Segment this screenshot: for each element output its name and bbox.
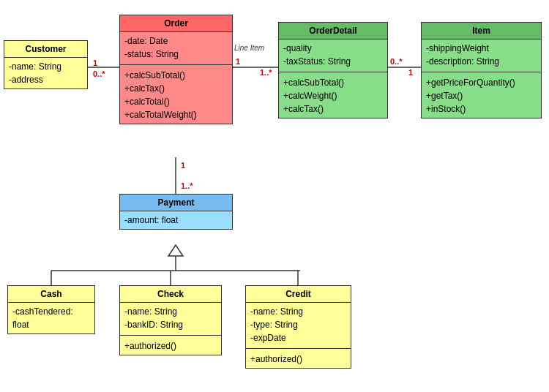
customer-body: -name: String -address bbox=[4, 58, 87, 88]
order-attrs: -date: Date -status: String bbox=[120, 32, 232, 63]
orderdetail-method-3: +calcTax() bbox=[283, 102, 383, 116]
credit-method-1: +authorized() bbox=[250, 353, 346, 366]
credit-title: Credit bbox=[246, 286, 351, 303]
check-attr-1: -name: String bbox=[124, 305, 217, 318]
item-class: Item -shippingWeight -description: Strin… bbox=[421, 22, 542, 118]
check-class: Check -name: String -bankID: String +aut… bbox=[119, 285, 222, 355]
uml-diagram: Customer -name: String -address Order -d… bbox=[0, 0, 549, 392]
credit-attr-2: -type: String bbox=[250, 318, 346, 331]
payment-attr-1: -amount: float bbox=[124, 214, 228, 227]
item-methods: +getPriceForQuantity() +getTax() +inStoc… bbox=[422, 74, 541, 118]
item-attr-1: -shippingWeight bbox=[426, 42, 537, 55]
orderdetail-attrs: -quality -taxStatus: String bbox=[279, 39, 387, 70]
order-attr-2: -status: String bbox=[124, 48, 228, 61]
label-order-right-1: 1 bbox=[236, 57, 240, 66]
order-method-1: +calcSubTotal() bbox=[124, 69, 228, 82]
label-payment-order: 1..* bbox=[181, 181, 193, 190]
payment-class: Payment -amount: float bbox=[119, 194, 233, 230]
order-method-3: +calcTotal() bbox=[124, 95, 228, 108]
cash-class: Cash -cashTendered: float bbox=[7, 285, 95, 334]
check-attrs: -name: String -bankID: String bbox=[120, 303, 221, 333]
credit-class: Credit -name: String -type: String -expD… bbox=[245, 285, 351, 369]
orderdetail-class: OrderDetail -quality -taxStatus: String … bbox=[278, 22, 388, 118]
label-orderdetail-left: 1..* bbox=[260, 68, 272, 77]
label-item-left: 1 bbox=[408, 68, 413, 77]
payment-title: Payment bbox=[120, 195, 232, 211]
order-class: Order -date: Date -status: String +calcS… bbox=[119, 15, 233, 124]
label-lineitem: Line Item bbox=[234, 44, 264, 52]
svg-marker-5 bbox=[168, 245, 183, 256]
customer-attr-2: -address bbox=[9, 73, 83, 86]
item-method-3: +inStock() bbox=[426, 102, 537, 116]
credit-attr-3: -expDate bbox=[250, 331, 346, 344]
credit-methods: +authorized() bbox=[246, 350, 351, 368]
check-title: Check bbox=[120, 286, 221, 303]
label-customer-1: 1 bbox=[93, 59, 97, 67]
orderdetail-attr-2: -taxStatus: String bbox=[283, 55, 383, 68]
credit-attrs: -name: String -type: String -expDate bbox=[246, 303, 351, 347]
check-attr-2: -bankID: String bbox=[124, 318, 217, 331]
orderdetail-method-2: +calcWeight() bbox=[283, 89, 383, 102]
order-method-4: +calcTotalWeight() bbox=[124, 108, 228, 121]
item-title: Item bbox=[422, 23, 541, 39]
item-method-2: +getTax() bbox=[426, 89, 537, 102]
orderdetail-title: OrderDetail bbox=[279, 23, 387, 39]
item-attr-2: -description: String bbox=[426, 55, 537, 68]
order-attr-1: -date: Date bbox=[124, 34, 228, 48]
label-order-payment-1: 1 bbox=[181, 161, 185, 170]
check-methods: +authorized() bbox=[120, 337, 221, 355]
check-method-1: +authorized() bbox=[124, 339, 217, 353]
label-customer-0star: 0..* bbox=[93, 69, 105, 78]
customer-class: Customer -name: String -address bbox=[4, 40, 88, 89]
customer-attr-1: -name: String bbox=[9, 60, 83, 73]
order-method-2: +calcTax() bbox=[124, 82, 228, 95]
customer-title: Customer bbox=[4, 41, 87, 58]
label-orderdetail-right: 0..* bbox=[390, 57, 403, 66]
orderdetail-method-1: +calcSubTotal() bbox=[283, 76, 383, 89]
cash-attr-1: -cashTendered: float bbox=[12, 305, 90, 331]
cash-title: Cash bbox=[8, 286, 94, 303]
orderdetail-attr-1: -quality bbox=[283, 42, 383, 55]
item-attrs: -shippingWeight -description: String bbox=[422, 39, 541, 70]
orderdetail-methods: +calcSubTotal() +calcWeight() +calcTax() bbox=[279, 74, 387, 118]
order-title: Order bbox=[120, 15, 232, 32]
cash-attrs: -cashTendered: float bbox=[8, 303, 94, 333]
credit-attr-1: -name: String bbox=[250, 305, 346, 318]
order-methods: +calcSubTotal() +calcTax() +calcTotal() … bbox=[120, 67, 232, 124]
item-method-1: +getPriceForQuantity() bbox=[426, 76, 537, 89]
payment-attrs: -amount: float bbox=[120, 211, 232, 229]
